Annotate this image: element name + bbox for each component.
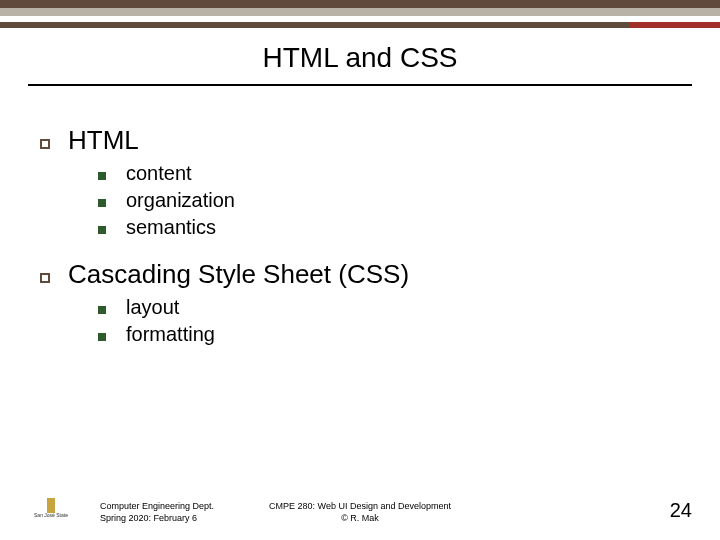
page-number: 24 (670, 499, 692, 522)
bullet-level2: semantics (98, 216, 680, 239)
top-bar-thin (0, 22, 720, 28)
sub-bullet-text: content (126, 162, 192, 185)
footer-center: CMPE 280: Web UI Design and Development … (0, 500, 720, 524)
top-bar-dark (0, 0, 720, 8)
bullet-text: HTML (68, 125, 139, 156)
sub-bullet-text: organization (126, 189, 235, 212)
bullet-level2: organization (98, 189, 680, 212)
top-bar-light (0, 8, 720, 16)
sub-bullet-group: layout formatting (98, 296, 680, 346)
bullet-level1: Cascading Style Sheet (CSS) (40, 259, 680, 290)
sub-bullet-text: semantics (126, 216, 216, 239)
slide: HTML and CSS HTML content organization s… (0, 0, 720, 540)
top-bar-accent (630, 22, 720, 28)
bullet-level1: HTML (40, 125, 680, 156)
solid-square-icon (98, 333, 106, 341)
solid-square-icon (98, 226, 106, 234)
content-area: HTML content organization semantics Casc… (40, 115, 680, 366)
bullet-level2: layout (98, 296, 680, 319)
sub-bullet-group: content organization semantics (98, 162, 680, 239)
footer: San José State Computer Engineering Dept… (0, 488, 720, 528)
top-decoration (0, 0, 720, 28)
hollow-square-icon (40, 139, 50, 149)
sub-bullet-text: layout (126, 296, 179, 319)
footer-copyright: © R. Mak (0, 512, 720, 524)
bullet-level2: formatting (98, 323, 680, 346)
slide-title: HTML and CSS (262, 42, 457, 74)
solid-square-icon (98, 306, 106, 314)
title-area: HTML and CSS (0, 42, 720, 86)
title-underline (28, 84, 692, 86)
solid-square-icon (98, 172, 106, 180)
footer-course: CMPE 280: Web UI Design and Development (0, 500, 720, 512)
bullet-level2: content (98, 162, 680, 185)
solid-square-icon (98, 199, 106, 207)
sub-bullet-text: formatting (126, 323, 215, 346)
hollow-square-icon (40, 273, 50, 283)
bullet-text: Cascading Style Sheet (CSS) (68, 259, 409, 290)
